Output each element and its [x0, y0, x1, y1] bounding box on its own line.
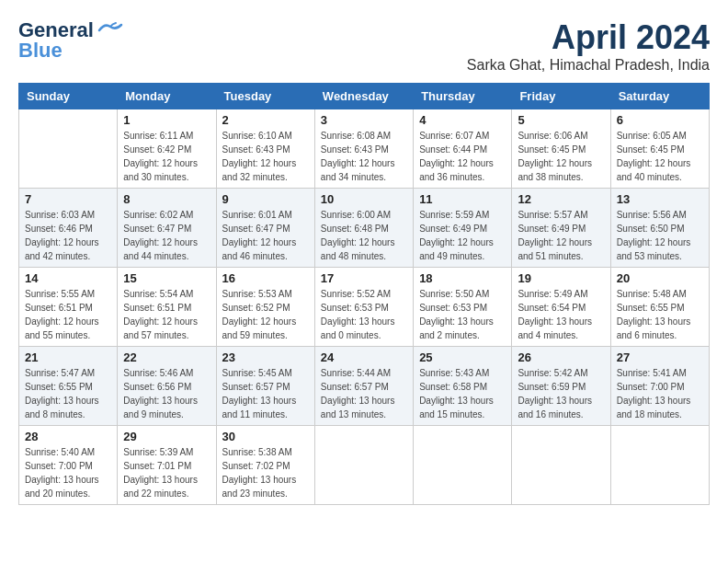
calendar-cell: 26Sunrise: 5:42 AMSunset: 6:59 PMDayligh… — [512, 347, 610, 426]
calendar-cell: 4Sunrise: 6:07 AMSunset: 6:44 PMDaylight… — [414, 109, 512, 189]
day-number: 19 — [518, 271, 604, 285]
header-day-sunday: Sunday — [19, 84, 118, 109]
calendar-week-3: 14Sunrise: 5:55 AMSunset: 6:51 PMDayligh… — [19, 268, 710, 347]
title-area: April 2024 Sarka Ghat, Himachal Pradesh,… — [467, 18, 710, 74]
logo: General Blue — [18, 18, 123, 63]
day-number: 4 — [419, 113, 506, 127]
header-day-thursday: Thursday — [414, 84, 512, 109]
month-title: April 2024 — [467, 18, 710, 57]
logo-text-blue: Blue — [18, 39, 63, 63]
location-title: Sarka Ghat, Himachal Pradesh, India — [467, 57, 710, 74]
day-number: 20 — [617, 271, 703, 285]
day-number: 28 — [25, 430, 111, 443]
day-info: Sunrise: 5:39 AMSunset: 7:01 PMDaylight:… — [123, 445, 210, 500]
day-info: Sunrise: 5:40 AMSunset: 7:00 PMDaylight:… — [25, 445, 111, 500]
day-info: Sunrise: 6:07 AMSunset: 6:44 PMDaylight:… — [419, 129, 506, 184]
day-info: Sunrise: 5:55 AMSunset: 6:51 PMDaylight:… — [25, 287, 111, 342]
day-info: Sunrise: 5:48 AMSunset: 6:55 PMDaylight:… — [617, 287, 703, 342]
day-number: 9 — [222, 192, 309, 206]
day-info: Sunrise: 5:49 AMSunset: 6:54 PMDaylight:… — [518, 287, 604, 342]
day-number: 2 — [222, 113, 309, 127]
calendar-cell: 12Sunrise: 5:57 AMSunset: 6:49 PMDayligh… — [512, 189, 610, 268]
calendar-cell: 15Sunrise: 5:54 AMSunset: 6:51 PMDayligh… — [118, 268, 216, 347]
header-day-wednesday: Wednesday — [314, 84, 413, 109]
day-info: Sunrise: 5:57 AMSunset: 6:49 PMDaylight:… — [518, 208, 604, 263]
calendar-cell: 28Sunrise: 5:40 AMSunset: 7:00 PMDayligh… — [19, 426, 118, 505]
calendar-cell — [414, 426, 512, 505]
day-info: Sunrise: 6:11 AMSunset: 6:42 PMDaylight:… — [123, 129, 210, 184]
calendar-cell: 13Sunrise: 5:56 AMSunset: 6:50 PMDayligh… — [610, 189, 709, 268]
day-number: 30 — [222, 430, 309, 443]
day-number: 22 — [123, 350, 210, 364]
header-day-monday: Monday — [118, 84, 216, 109]
day-number: 13 — [617, 192, 703, 206]
calendar-cell: 29Sunrise: 5:39 AMSunset: 7:01 PMDayligh… — [118, 426, 216, 505]
day-number: 11 — [419, 192, 506, 206]
day-number: 10 — [321, 192, 407, 206]
day-info: Sunrise: 5:43 AMSunset: 6:58 PMDaylight:… — [419, 366, 506, 421]
day-info: Sunrise: 6:00 AMSunset: 6:48 PMDaylight:… — [321, 208, 407, 263]
header-day-saturday: Saturday — [610, 84, 709, 109]
calendar-cell: 16Sunrise: 5:53 AMSunset: 6:52 PMDayligh… — [216, 268, 314, 347]
day-number: 17 — [321, 271, 407, 285]
day-number: 12 — [518, 192, 604, 206]
day-info: Sunrise: 5:46 AMSunset: 6:56 PMDaylight:… — [123, 366, 210, 421]
day-info: Sunrise: 5:56 AMSunset: 6:50 PMDaylight:… — [617, 208, 703, 263]
day-number: 25 — [419, 350, 506, 364]
day-info: Sunrise: 6:06 AMSunset: 6:45 PMDaylight:… — [518, 129, 604, 184]
calendar-cell: 3Sunrise: 6:08 AMSunset: 6:43 PMDaylight… — [314, 109, 413, 189]
day-info: Sunrise: 5:38 AMSunset: 7:02 PMDaylight:… — [222, 445, 309, 500]
header: General Blue April 2024 Sarka Ghat, Hima… — [18, 18, 710, 74]
calendar-cell: 25Sunrise: 5:43 AMSunset: 6:58 PMDayligh… — [414, 347, 512, 426]
calendar-cell: 23Sunrise: 5:45 AMSunset: 6:57 PMDayligh… — [216, 347, 314, 426]
calendar-cell: 21Sunrise: 5:47 AMSunset: 6:55 PMDayligh… — [19, 347, 118, 426]
calendar-week-5: 28Sunrise: 5:40 AMSunset: 7:00 PMDayligh… — [19, 426, 710, 505]
day-number: 7 — [25, 192, 111, 206]
calendar-week-2: 7Sunrise: 6:03 AMSunset: 6:46 PMDaylight… — [19, 189, 710, 268]
day-info: Sunrise: 6:08 AMSunset: 6:43 PMDaylight:… — [321, 129, 407, 184]
day-info: Sunrise: 5:42 AMSunset: 6:59 PMDaylight:… — [518, 366, 604, 421]
day-info: Sunrise: 5:59 AMSunset: 6:49 PMDaylight:… — [419, 208, 506, 263]
calendar-cell: 10Sunrise: 6:00 AMSunset: 6:48 PMDayligh… — [314, 189, 413, 268]
calendar-cell: 20Sunrise: 5:48 AMSunset: 6:55 PMDayligh… — [610, 268, 709, 347]
calendar-cell: 27Sunrise: 5:41 AMSunset: 7:00 PMDayligh… — [610, 347, 709, 426]
header-day-friday: Friday — [512, 84, 610, 109]
calendar-cell: 17Sunrise: 5:52 AMSunset: 6:53 PMDayligh… — [314, 268, 413, 347]
calendar-cell: 8Sunrise: 6:02 AMSunset: 6:47 PMDaylight… — [118, 189, 216, 268]
day-number: 18 — [419, 271, 506, 285]
calendar-cell: 14Sunrise: 5:55 AMSunset: 6:51 PMDayligh… — [19, 268, 118, 347]
day-info: Sunrise: 5:50 AMSunset: 6:53 PMDaylight:… — [419, 287, 506, 342]
calendar-cell — [19, 109, 118, 189]
calendar-cell: 1Sunrise: 6:11 AMSunset: 6:42 PMDaylight… — [118, 109, 216, 189]
day-number: 5 — [518, 113, 604, 127]
day-number: 8 — [123, 192, 210, 206]
day-info: Sunrise: 5:52 AMSunset: 6:53 PMDaylight:… — [321, 287, 407, 342]
calendar-cell: 24Sunrise: 5:44 AMSunset: 6:57 PMDayligh… — [314, 347, 413, 426]
calendar-cell: 6Sunrise: 6:05 AMSunset: 6:45 PMDaylight… — [610, 109, 709, 189]
day-info: Sunrise: 5:45 AMSunset: 6:57 PMDaylight:… — [222, 366, 309, 421]
day-number: 26 — [518, 350, 604, 364]
day-info: Sunrise: 5:44 AMSunset: 6:57 PMDaylight:… — [321, 366, 407, 421]
calendar-table: SundayMondayTuesdayWednesdayThursdayFrid… — [18, 83, 710, 505]
day-number: 14 — [25, 271, 111, 285]
calendar-cell: 22Sunrise: 5:46 AMSunset: 6:56 PMDayligh… — [118, 347, 216, 426]
calendar-cell: 9Sunrise: 6:01 AMSunset: 6:47 PMDaylight… — [216, 189, 314, 268]
logo-bird-icon — [97, 21, 123, 40]
day-number: 16 — [222, 271, 309, 285]
day-info: Sunrise: 5:53 AMSunset: 6:52 PMDaylight:… — [222, 287, 309, 342]
day-number: 3 — [321, 113, 407, 127]
header-day-tuesday: Tuesday — [216, 84, 314, 109]
calendar-week-1: 1Sunrise: 6:11 AMSunset: 6:42 PMDaylight… — [19, 109, 710, 189]
calendar-cell: 5Sunrise: 6:06 AMSunset: 6:45 PMDaylight… — [512, 109, 610, 189]
day-info: Sunrise: 6:01 AMSunset: 6:47 PMDaylight:… — [222, 208, 309, 263]
calendar-cell: 7Sunrise: 6:03 AMSunset: 6:46 PMDaylight… — [19, 189, 118, 268]
day-number: 15 — [123, 271, 210, 285]
day-info: Sunrise: 6:05 AMSunset: 6:45 PMDaylight:… — [617, 129, 703, 184]
calendar-cell: 2Sunrise: 6:10 AMSunset: 6:43 PMDaylight… — [216, 109, 314, 189]
calendar-week-4: 21Sunrise: 5:47 AMSunset: 6:55 PMDayligh… — [19, 347, 710, 426]
calendar-cell: 11Sunrise: 5:59 AMSunset: 6:49 PMDayligh… — [414, 189, 512, 268]
calendar-cell — [314, 426, 413, 505]
day-info: Sunrise: 6:03 AMSunset: 6:46 PMDaylight:… — [25, 208, 111, 263]
header-row: SundayMondayTuesdayWednesdayThursdayFrid… — [19, 84, 710, 109]
day-number: 23 — [222, 350, 309, 364]
